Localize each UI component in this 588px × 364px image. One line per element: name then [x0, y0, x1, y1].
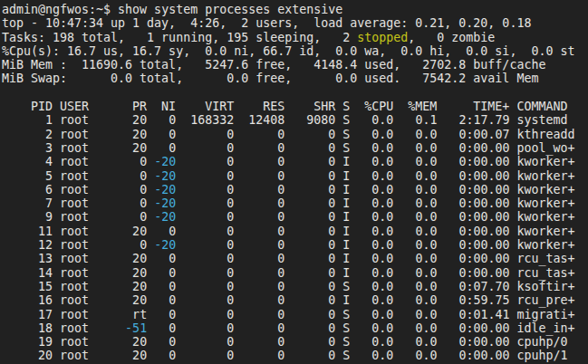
tasks-line: Tasks: 198 total, 1 running, 195 sleepin… — [2, 31, 588, 44]
cell-mem: 0.0 — [393, 293, 437, 307]
cell-command: idle_in+ — [509, 321, 574, 335]
cell-command: kworker+ — [509, 155, 574, 168]
process-row: 15 root 20 0 0 0 0 S 0.0 0.0 0:07.70 kso… — [2, 280, 588, 293]
cell-res: 0 — [234, 266, 284, 280]
terminal-window[interactable]: admin@ngfwos:~$ show system processes ex… — [0, 0, 588, 364]
cell-time: 0:00.00 — [437, 169, 509, 183]
cell-pr: 0 — [118, 169, 147, 183]
cell-ni: -20 — [147, 183, 176, 196]
cell-s: I — [335, 210, 350, 224]
uptime-line: top - 10:47:34 up 1 day, 4:26, 2 users, … — [2, 16, 588, 30]
cell-res: 0 — [234, 183, 284, 196]
cell-pr: 20 — [118, 293, 147, 307]
cell-shr: 0 — [284, 280, 335, 293]
cell-pr: 0 — [118, 196, 147, 210]
cell-pr: 20 — [118, 266, 147, 280]
cell-s: I — [335, 252, 350, 265]
mem-text: MiB Mem : 11690.6 total, 5247.6 free, 41… — [2, 58, 545, 72]
cell-shr: 0 — [284, 238, 335, 252]
cell-pid: 1 — [2, 113, 53, 127]
process-row: 14 root 20 0 0 0 0 I 0.0 0.0 0:00.00 rcu… — [2, 266, 588, 280]
process-row: 4 root 0 -20 0 0 0 I 0.0 0.0 0:00.00 kwo… — [2, 155, 588, 168]
cell-s: I — [335, 225, 350, 238]
cell-virt: 0 — [176, 280, 234, 293]
uptime-text: top - 10:47:34 up 1 day, 4:26, 2 users, … — [2, 16, 531, 30]
cell-command: rcu_tas+ — [509, 252, 574, 265]
cell-command: systemd — [509, 113, 567, 127]
cell-res: 0 — [234, 335, 284, 349]
cell-ni: 0 — [147, 141, 176, 155]
swap-text: MiB Swap: 0.0 total, 0.0 free, 0.0 used.… — [2, 72, 538, 85]
cell-ni: 0 — [147, 128, 176, 141]
cell-user: root — [53, 141, 118, 155]
cell-mem: 0.0 — [393, 266, 437, 280]
cell-pr: 20 — [118, 141, 147, 155]
process-row: 3 root 20 0 0 0 0 S 0.0 0.0 0:00.00 pool… — [2, 141, 588, 155]
cell-s: I — [335, 266, 350, 280]
cell-res: 0 — [234, 210, 284, 224]
cell-user: root — [53, 155, 118, 168]
cell-user: root — [53, 308, 118, 321]
process-row: 16 root 20 0 0 0 0 I 0.0 0.0 0:59.75 rcu… — [2, 293, 588, 307]
cell-command: cpuhp/1 — [509, 349, 567, 362]
cell-ni: -20 — [147, 210, 176, 224]
cell-shr: 0 — [284, 321, 335, 335]
cell-user: root — [53, 321, 118, 335]
cell-pr: 20 — [118, 280, 147, 293]
cell-ni: 0 — [147, 252, 176, 265]
cell-cpu: 0.0 — [350, 280, 393, 293]
cell-res: 0 — [234, 225, 284, 238]
cell-ni: -20 — [147, 238, 176, 252]
cell-cpu: 0.0 — [350, 293, 393, 307]
cell-ni: 0 — [147, 321, 176, 335]
cell-s: S — [335, 128, 350, 141]
cell-virt: 0 — [176, 335, 234, 349]
cell-mem: 0.0 — [393, 349, 437, 362]
cell-mem: 0.0 — [393, 210, 437, 224]
cell-ni: 0 — [147, 113, 176, 127]
cell-mem: 0.0 — [393, 321, 437, 335]
cell-shr: 0 — [284, 266, 335, 280]
cell-pr: 20 — [118, 252, 147, 265]
cell-command: pool_wo+ — [509, 141, 574, 155]
process-row: 19 root 20 0 0 0 0 S 0.0 0.0 0:00.00 cpu… — [2, 335, 588, 349]
cell-time: 0:00.07 — [437, 128, 509, 141]
cell-pid: 13 — [2, 252, 53, 265]
cell-shr: 0 — [284, 196, 335, 210]
cell-cpu: 0.0 — [350, 225, 393, 238]
cell-shr: 0 — [284, 252, 335, 265]
cell-time: 0:07.70 — [437, 280, 509, 293]
cell-time: 0:00.00 — [437, 183, 509, 196]
cell-mem: 0.0 — [393, 155, 437, 168]
cell-mem: 0.0 — [393, 196, 437, 210]
cell-ni: 0 — [147, 293, 176, 307]
cell-virt: 0 — [176, 321, 234, 335]
cell-cpu: 0.0 — [350, 238, 393, 252]
cell-s: S — [335, 349, 350, 362]
process-row: 2 root 20 0 0 0 0 S 0.0 0.0 0:00.07 kthr… — [2, 128, 588, 141]
cell-time: 0:00.00 — [437, 210, 509, 224]
cell-res: 0 — [234, 141, 284, 155]
cell-virt: 0 — [176, 225, 234, 238]
tasks-text-tail: , 0 zombie — [408, 31, 495, 44]
cell-pr: 0 — [118, 155, 147, 168]
cell-res: 0 — [234, 238, 284, 252]
cell-s: S — [335, 141, 350, 155]
cell-shr: 0 — [284, 335, 335, 349]
cell-res: 12408 — [234, 113, 284, 127]
shell-prompt: admin@ngfwos:~$ — [2, 3, 118, 16]
cell-user: root — [53, 252, 118, 265]
cell-time: 0:00.00 — [437, 155, 509, 168]
cell-s: I — [335, 196, 350, 210]
cell-shr: 0 — [284, 308, 335, 321]
cpu-text: %Cpu(s): 16.7 us, 16.7 sy, 0.0 ni, 66.7 … — [2, 44, 574, 58]
column-headers: PID USER PR NI VIRT RES SHR S %CPU %MEM … — [2, 100, 567, 113]
cell-virt: 0 — [176, 252, 234, 265]
cell-pid: 5 — [2, 169, 53, 183]
cell-pid: 6 — [2, 183, 53, 196]
cell-pid: 15 — [2, 280, 53, 293]
cell-mem: 0.1 — [393, 113, 437, 127]
cell-mem: 0.0 — [393, 308, 437, 321]
cell-res: 0 — [234, 308, 284, 321]
cell-virt: 0 — [176, 349, 234, 362]
